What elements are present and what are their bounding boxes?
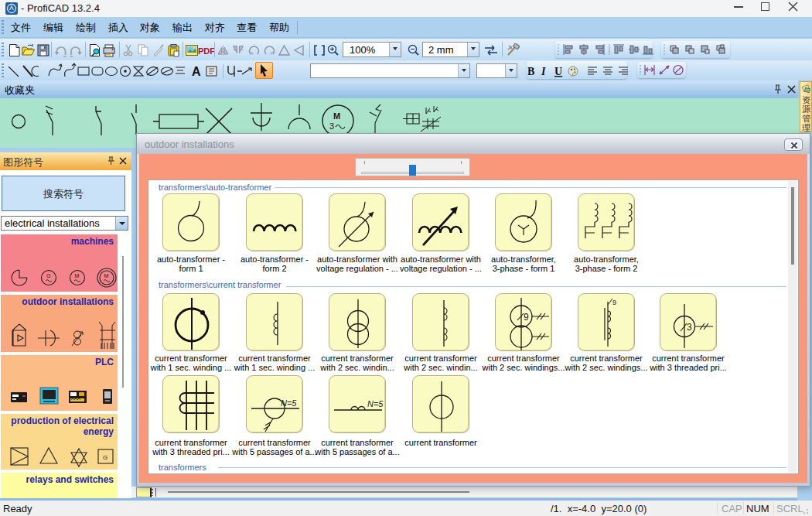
svg-text:G: G xyxy=(103,454,107,461)
svg-text:N=5: N=5 xyxy=(367,399,384,408)
svg-text:3: 3 xyxy=(687,322,692,333)
svg-text:M: M xyxy=(75,273,80,279)
svg-text:9: 9 xyxy=(524,312,529,323)
svg-text:N=5: N=5 xyxy=(281,398,297,408)
svg-text:A: A xyxy=(192,65,201,78)
svg-text:9: 9 xyxy=(612,299,616,306)
svg-text:B: B xyxy=(527,66,534,77)
svg-text:M: M xyxy=(104,273,109,279)
svg-text:U: U xyxy=(554,66,562,77)
svg-text:PDF: PDF xyxy=(198,46,215,56)
svg-text:I: I xyxy=(541,66,546,77)
svg-text:M: M xyxy=(333,111,340,121)
svg-text:3: 3 xyxy=(329,121,334,131)
svg-text:G: G xyxy=(46,273,50,279)
